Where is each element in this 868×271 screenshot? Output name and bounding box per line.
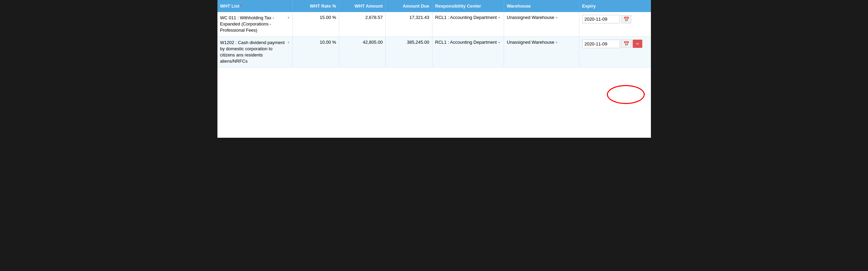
col-header-wht-amount: WHT Amount [339,0,386,12]
wht-rate-cell: 10.00 % [292,37,339,67]
col-header-wht-list-label: WHT List [220,3,239,9]
col-header-wht-list: WHT List* [217,0,293,12]
col-header-wht-rate-label: WHT Rate % [310,3,336,9]
table-row: W1202 : Cash dividend payment by domesti… [217,37,651,67]
wht-list-dropdown-icon[interactable]: ▾ [288,15,290,20]
resp-center-text: RCL1 : Accounting Department [435,15,497,20]
warehouse-cell: Unassigned Warehouse ▾ [507,40,576,45]
col-header-wht-rate: WHT Rate % [292,0,339,12]
resp-center-dropdown-icon[interactable]: ▾ [498,40,500,45]
amount-due-cell: 385,245.00 [386,37,432,67]
col-header-expiry-label: Expiry [582,3,596,9]
delete-button[interactable]: − [633,40,642,48]
warehouse-dropdown-icon[interactable]: ▾ [556,40,558,45]
resp-center-dropdown-icon[interactable]: ▾ [498,15,500,20]
col-header-resp-center: Responsibility Center [432,0,504,12]
col-header-expiry: Expiry [579,0,651,12]
warehouse-dropdown-icon[interactable]: ▾ [556,15,558,20]
col-header-warehouse-label: Warehouse [507,3,531,9]
wht-amount-cell: 42,805.00 [339,37,386,67]
expiry-cell: 📅 [582,15,648,23]
expiry-cell: 📅− [582,40,648,48]
wht-list-cell: W1202 : Cash dividend payment by domesti… [220,40,290,65]
calendar-icon[interactable]: 📅 [621,40,631,48]
wht-list-cell: WC 011 : Withholding Tax - Expanded (Cor… [220,15,290,34]
expiry-input[interactable] [582,40,620,48]
table-row: WC 011 : Withholding Tax - Expanded (Cor… [217,12,651,37]
amount-due-cell: 17,321.43 [386,12,432,37]
col-header-resp-center-label: Responsibility Center [435,3,481,9]
col-header-wht-amount-label: WHT Amount [355,3,383,9]
resp-center-cell: RCL1 : Accounting Department ▾ [435,40,501,45]
wht-list-text: WC 011 : Withholding Tax - Expanded (Cor… [220,15,286,34]
resp-center-text: RCL1 : Accounting Department [435,40,497,45]
col-header-warehouse: Warehouse [504,0,579,12]
col-header-amount-due-label: Amount Due [403,3,429,9]
warehouse-cell: Unassigned Warehouse ▾ [507,15,576,20]
calendar-icon[interactable]: 📅 [621,15,631,23]
wht-list-dropdown-icon[interactable]: ▾ [288,40,290,45]
resp-center-cell: RCL1 : Accounting Department ▾ [435,15,501,20]
required-star: * [240,3,242,9]
wht-amount-cell: 2,678.57 [339,12,386,37]
red-circle-annotation [607,85,645,104]
col-header-amount-due: Amount Due [386,0,432,12]
wht-rate-cell: 15.00 % [292,12,339,37]
warehouse-text: Unassigned Warehouse [507,15,554,20]
warehouse-text: Unassigned Warehouse [507,40,554,45]
expiry-input[interactable] [582,15,620,23]
wht-list-text: W1202 : Cash dividend payment by domesti… [220,40,286,65]
